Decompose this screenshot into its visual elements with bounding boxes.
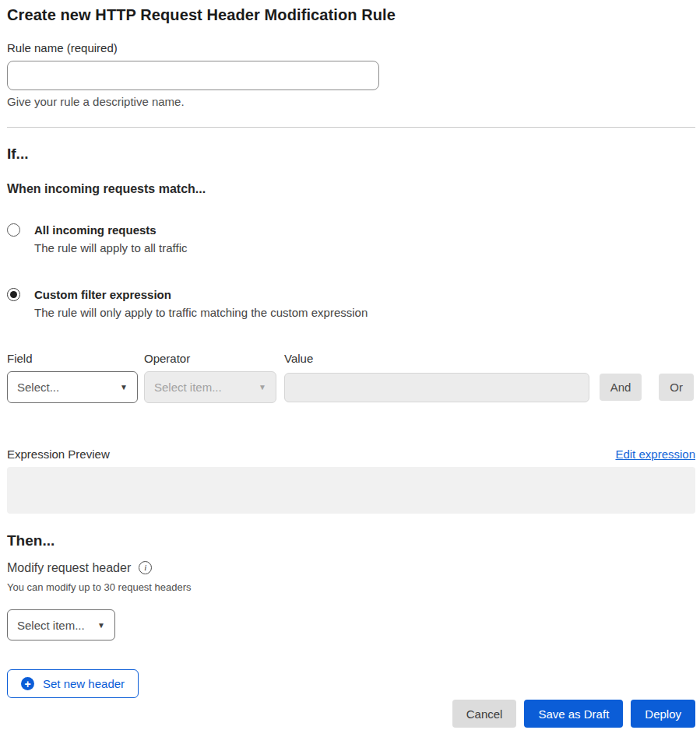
cancel-button[interactable]: Cancel (452, 700, 517, 728)
radio-label-all-incoming: All incoming requests (34, 223, 187, 238)
set-new-header-label: Set new header (43, 677, 125, 690)
radio-icon-custom-filter[interactable] (7, 288, 20, 301)
expression-builder-row: Field Select... ▼ Operator Select item..… (7, 351, 695, 403)
field-label: Field (7, 351, 138, 366)
chevron-down-icon: ▼ (259, 383, 266, 391)
or-button[interactable]: Or (659, 374, 694, 401)
header-item-select-value: Select item... (17, 619, 85, 632)
radio-option-all-incoming[interactable]: All incoming requests The rule will appl… (7, 223, 695, 256)
and-button[interactable]: And (600, 374, 642, 401)
operator-select-value: Select item... (154, 381, 222, 394)
radio-icon-all-incoming[interactable] (7, 223, 20, 237)
deploy-button[interactable]: Deploy (631, 700, 695, 728)
radio-label-custom-filter: Custom filter expression (34, 287, 368, 303)
value-input[interactable] (284, 373, 589, 402)
operator-select[interactable]: Select item... ▼ (144, 371, 276, 403)
if-heading: If... (7, 145, 695, 163)
rule-name-helper: Give your rule a descriptive name. (7, 94, 695, 109)
footer-actions: Cancel Save as Draft Deploy (7, 700, 695, 728)
then-heading: Then... (7, 532, 695, 550)
info-icon[interactable]: i (139, 561, 152, 574)
chevron-down-icon: ▼ (120, 383, 128, 391)
section-divider (7, 127, 695, 128)
match-subheading: When incoming requests match... (7, 181, 695, 197)
rule-name-label: Rule name (required) (7, 40, 695, 55)
plus-icon: + (21, 677, 34, 690)
value-label: Value (284, 351, 589, 366)
header-item-select[interactable]: Select item... ▼ (7, 609, 115, 640)
set-new-header-button[interactable]: + Set new header (7, 669, 139, 698)
operator-label: Operator (144, 351, 276, 366)
rule-name-input[interactable] (7, 61, 379, 90)
expression-preview-label: Expression Preview (7, 447, 110, 462)
radio-desc-all-incoming: The rule will apply to all traffic (34, 240, 187, 256)
save-as-draft-button[interactable]: Save as Draft (524, 700, 623, 728)
field-select[interactable]: Select... ▼ (7, 371, 138, 403)
expression-preview-box (7, 467, 695, 514)
modify-request-header-label: Modify request header (7, 560, 131, 576)
expression-preview-header: Expression Preview Edit expression (7, 447, 695, 462)
page-title: Create new HTTP Request Header Modificat… (7, 6, 695, 24)
radio-desc-custom-filter: The rule will only apply to traffic matc… (34, 305, 368, 321)
create-rule-form: Create new HTTP Request Header Modificat… (0, 0, 700, 728)
chevron-down-icon: ▼ (97, 621, 105, 630)
modify-helper: You can modify up to 30 request headers (7, 581, 695, 594)
radio-option-custom-filter[interactable]: Custom filter expression The rule will o… (7, 287, 695, 321)
edit-expression-link[interactable]: Edit expression (615, 447, 695, 461)
field-select-value: Select... (17, 381, 59, 394)
